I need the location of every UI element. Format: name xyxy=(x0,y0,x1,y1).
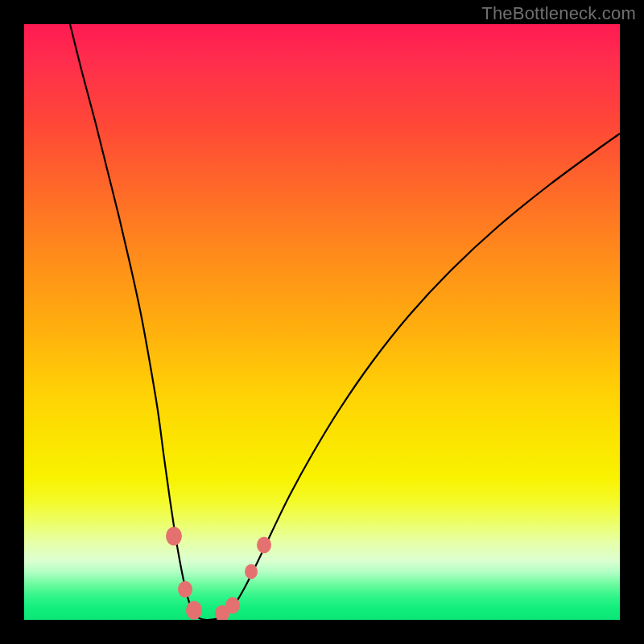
curve-marker xyxy=(178,581,192,598)
curve-marker xyxy=(245,564,258,579)
bottleneck-curve xyxy=(70,24,620,620)
curve-marker xyxy=(166,527,182,546)
curve-marker xyxy=(257,537,271,554)
watermark-text: TheBottleneck.com xyxy=(481,3,636,24)
plot-area xyxy=(24,24,620,620)
curve-marker xyxy=(186,601,202,620)
curve-layer xyxy=(24,24,620,620)
chart-frame: TheBottleneck.com xyxy=(0,0,644,644)
curve-marker xyxy=(225,597,240,614)
